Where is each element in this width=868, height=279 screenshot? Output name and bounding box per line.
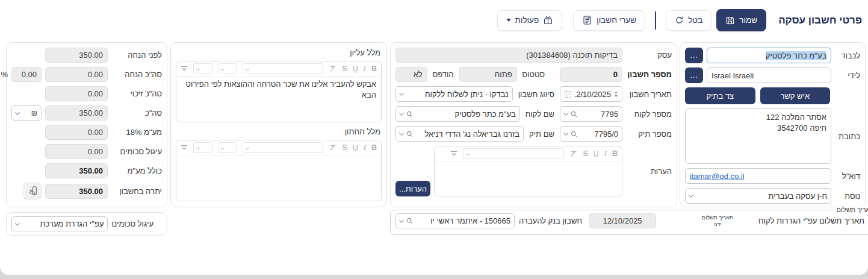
client-name-value: בע"מ כתר פלסטיק <box>416 110 516 119</box>
attn-input[interactable]: Israel Israeli <box>707 67 831 83</box>
to-browse-button[interactable]: ... <box>685 48 703 63</box>
cancel-button-label: בטל <box>688 16 702 25</box>
italic-button[interactable]: I <box>364 144 366 152</box>
email-link[interactable]: itamar@od.co.il <box>690 172 745 181</box>
font-size-select[interactable] <box>218 142 237 153</box>
payment-date-field: 12/10/2025 <box>589 213 656 228</box>
format-select[interactable]: ח-ן עסקה בעברית <box>685 188 831 204</box>
spinner-icon[interactable] <box>614 91 618 98</box>
bold-button[interactable]: B <box>612 150 618 158</box>
currency-select[interactable]: ₪ <box>11 105 42 121</box>
amounts-panel: לפני הנחה 350.00 סה"כ הנחה 0.00 0.00 % ס… <box>6 42 167 207</box>
account-number-field: 0 <box>560 67 622 82</box>
address-textarea[interactable]: אסתר המלכה 122 חיפה 3542700 <box>685 108 831 164</box>
strikethrough-button[interactable]: S <box>583 150 587 158</box>
top-text-editor[interactable]: B I U S אבקש להעביר אלינו את ש <box>176 61 382 122</box>
bottom-text-content[interactable] <box>176 155 381 201</box>
total-label: סה"כ <box>111 108 162 118</box>
hand-document-icon <box>28 186 37 196</box>
search-icon[interactable] <box>571 111 577 118</box>
underline-button[interactable]: U <box>353 144 358 152</box>
bottom-text-editor[interactable]: B I U S <box>176 140 382 201</box>
account-rates-button[interactable]: שערי חשבון <box>573 10 645 31</box>
payment-auto-label[interactable]: תאריך תשלום עפ"י הגדרות לקוח <box>758 216 864 225</box>
vat-row: מע"מ 18% 0.00 <box>11 125 162 140</box>
clear-format-icon[interactable] <box>329 144 336 151</box>
header-toolbar: פרטי חשבון עסקה שמור בטל שערי חשבון <box>497 9 862 31</box>
notes-content[interactable] <box>435 161 622 196</box>
search-icon[interactable] <box>406 218 413 224</box>
page-title: פרטי חשבון עסקה <box>778 14 862 27</box>
attn-browse-button[interactable]: ... <box>685 67 703 83</box>
save-button[interactable]: שמור <box>716 9 766 31</box>
editor-toolbar: B I U S <box>176 61 381 77</box>
case-number-input[interactable]: 7795/0 <box>560 126 622 142</box>
account-date-input[interactable]: 12/10/2025 <box>560 86 622 102</box>
to-input[interactable]: בע"מ כתר פלסטיק <box>707 48 831 63</box>
bank-account-label: חשבון בנק להעברה <box>519 216 582 225</box>
status-field: פתוח <box>459 67 517 82</box>
underline-button[interactable]: U <box>353 65 358 73</box>
incl-vat-label: כולל מע"מ <box>111 166 162 175</box>
toolbar-overflow-icon[interactable] <box>450 151 457 157</box>
payment-date-row: תאריך תשלום עפ"י הגדרות לקוח תאריך תשלום… <box>395 213 868 228</box>
discount-row: סה"כ הנחה 0.00 0.00 % <box>11 67 162 82</box>
search-icon[interactable] <box>571 131 577 137</box>
classification-select[interactable]: נבדקו - ניתן לשלוח ללקוח <box>395 86 513 102</box>
font-size-select[interactable] <box>218 63 237 74</box>
toolbar-overflow-icon[interactable] <box>181 66 188 72</box>
chevron-down-icon <box>246 146 250 150</box>
account-number-row: מספר חשבון 0 סטטוס פתוח הודפס לא <box>395 67 672 82</box>
clear-format-icon[interactable] <box>329 65 336 72</box>
search-icon[interactable] <box>406 111 413 118</box>
bold-button[interactable]: B <box>371 65 377 73</box>
calendar-icon[interactable] <box>564 90 572 98</box>
bank-account-select[interactable]: 150665 - איתמר ראשי יו <box>395 213 515 228</box>
line-height-select[interactable] <box>193 63 212 74</box>
case-name-input[interactable]: בזרנו גבריאלה נג' הדדי דניאל <box>395 126 524 142</box>
payment-date-panel: תאריך תשלום תאריך תשלום עפ"י הגדרות לקוח… <box>390 206 868 235</box>
line-height-select[interactable] <box>193 142 212 153</box>
notes-editor[interactable]: B I U S <box>434 146 622 196</box>
credit-label: סה"כ זיכוי <box>111 89 162 98</box>
underline-button[interactable]: U <box>594 150 599 158</box>
top-text-content[interactable]: אבקש להעביר אלינו את שכר הטרחה וההוצאות … <box>176 77 381 122</box>
italic-button[interactable]: I <box>364 65 366 73</box>
email-input[interactable]: itamar@od.co.il <box>685 168 831 184</box>
cancel-button[interactable]: בטל <box>666 10 711 31</box>
italic-button[interactable]: I <box>604 150 607 158</box>
toolbar-overflow-icon[interactable] <box>181 145 188 151</box>
balance-field: 350.00 <box>45 184 108 199</box>
format-value: ח-ן עסקה בעברית <box>696 192 827 201</box>
rounding-setting-select[interactable]: עפ"י הגדרת מערכת <box>11 216 108 231</box>
client-name-input[interactable]: בע"מ כתר פלסטיק <box>395 106 520 122</box>
case-row: מספר תיק 7795/0 שם תיק בזרנו גבריאלה נג'… <box>395 126 672 142</box>
recipient-buttons-row: איש קשר צד בתיק <box>685 87 860 104</box>
clear-format-icon[interactable] <box>569 150 577 157</box>
receipt-button[interactable] <box>23 183 42 199</box>
business-field: בדיקות תוכנה (301384608) <box>395 48 622 63</box>
account-date-row: תאריך חשבון 12/10/2025 סיווג חשבון נבדקו… <box>395 86 672 102</box>
font-select[interactable] <box>463 148 564 159</box>
font-select[interactable] <box>243 63 323 74</box>
balance-label: יתרה בחשבון <box>111 187 162 196</box>
strikethrough-button[interactable]: S <box>342 144 347 152</box>
incl-vat-field: 350.00 <box>45 163 108 178</box>
contact-person-button[interactable]: איש קשר <box>760 87 831 104</box>
client-number-input[interactable]: 7795 <box>560 106 622 122</box>
case-number-value: 7795/0 <box>580 130 618 139</box>
notes-button[interactable]: הערות... <box>395 181 430 196</box>
case-party-button[interactable]: צד בתיק <box>685 87 755 104</box>
client-number-label: מספר לקוח <box>626 110 672 119</box>
discount-percent-field: 0.00 <box>11 67 42 82</box>
to-label: לכבוד <box>835 51 860 60</box>
chevron-down-icon <box>399 130 404 135</box>
classification-value: נבדקו - ניתן לשלוח ללקוח <box>406 90 509 99</box>
actions-button[interactable]: פעולות <box>497 10 563 31</box>
bold-button[interactable]: B <box>371 144 377 152</box>
font-select[interactable] <box>243 142 323 153</box>
strikethrough-button[interactable]: S <box>342 65 347 73</box>
chevron-down-icon <box>466 152 470 156</box>
search-icon[interactable] <box>406 131 413 137</box>
chevron-down-icon <box>399 90 404 95</box>
